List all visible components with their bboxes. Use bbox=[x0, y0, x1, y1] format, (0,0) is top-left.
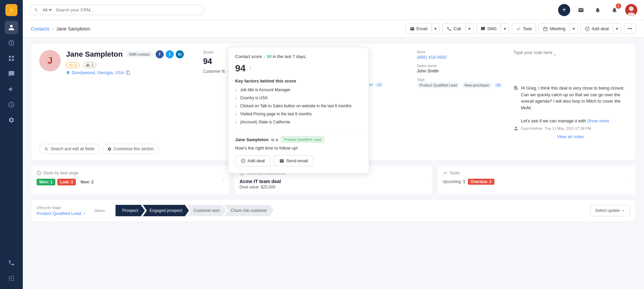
popup-send-email-btn[interactable]: Send email bbox=[274, 155, 314, 166]
note-textarea[interactable] bbox=[514, 50, 628, 77]
copy-icon[interactable] bbox=[126, 70, 130, 75]
sms-dropdown-btn[interactable]: ▾ bbox=[501, 24, 509, 34]
search-edit-btn[interactable]: Search and edit all fields bbox=[39, 144, 100, 154]
author-icon bbox=[514, 126, 518, 131]
call-action-btn[interactable]: Call bbox=[443, 24, 465, 34]
task-action-btn[interactable]: Task bbox=[512, 24, 536, 34]
status-pipeline: Prospect Engaged prospect Customer won C… bbox=[115, 205, 630, 216]
connection-icon bbox=[86, 63, 90, 67]
add-deal-dropdown-btn[interactable]: ▾ bbox=[613, 24, 621, 34]
svg-rect-5 bbox=[12, 59, 14, 61]
popup-actions: Add deal Send email bbox=[235, 155, 362, 166]
meeting-icon bbox=[543, 26, 548, 31]
contact-location[interactable]: Dundywood, Georgia, USA bbox=[66, 70, 190, 75]
search-filter[interactable]: All bbox=[41, 7, 53, 13]
view-all-notes-link[interactable]: View all notes bbox=[514, 134, 628, 139]
sidebar-item-settings[interactable] bbox=[5, 113, 18, 127]
sidebar-item-chat[interactable] bbox=[5, 67, 18, 80]
social-icons: f t in bbox=[156, 50, 184, 58]
email-dropdown-btn[interactable]: ▾ bbox=[432, 24, 439, 34]
lifecycle-stage-value[interactable]: Product Qualified Lead bbox=[37, 211, 86, 216]
score-popup-main: 94 ↑ bbox=[235, 63, 362, 74]
svg-text:$: $ bbox=[38, 172, 40, 174]
factor-5: ↑ (Account) State is California bbox=[235, 118, 362, 126]
tasks-icon bbox=[443, 171, 447, 175]
links-pill[interactable]: 4 bbox=[66, 62, 79, 68]
pipeline-step-won[interactable]: Customer won bbox=[187, 205, 226, 216]
lifecycle-stage-label: Lifecycle stage bbox=[37, 206, 86, 210]
add-button[interactable]: + bbox=[558, 4, 570, 16]
sidebar-item-apps[interactable] bbox=[5, 272, 18, 285]
breadcrumb-parent[interactable]: Contacts bbox=[31, 26, 49, 32]
user-avatar[interactable] bbox=[625, 4, 637, 16]
score-popup-big: 94 bbox=[235, 63, 246, 74]
lifecycle-row: Lifecycle stage Product Qualified Lead S… bbox=[37, 205, 630, 216]
popup-contact-name: Jane Sampleton bbox=[235, 137, 269, 142]
tags-more[interactable]: +8 bbox=[494, 83, 502, 88]
customer-fit: Customer fit bbox=[203, 69, 231, 74]
deals-stage-arrow[interactable]: › bbox=[223, 178, 224, 183]
call-dropdown-btn[interactable]: ▾ bbox=[466, 24, 473, 34]
facebook-icon[interactable]: f bbox=[156, 50, 164, 58]
sidebar: ⚡ $ bbox=[0, 0, 23, 289]
more-options-btn[interactable]: ••• bbox=[624, 23, 636, 34]
sms-action-btn[interactable]: SMS bbox=[477, 24, 501, 34]
sidebar-item-phone[interactable] bbox=[5, 256, 18, 270]
svg-rect-18 bbox=[544, 27, 547, 31]
sms-action-group: SMS ▾ bbox=[476, 23, 509, 34]
sidebar-item-dollar[interactable]: $ bbox=[5, 36, 18, 50]
email-action-btn[interactable]: Email bbox=[406, 24, 432, 34]
recent-deal-value: Deal value: $25,000 bbox=[239, 185, 427, 189]
work-value[interactable]: (866) 418-0682 bbox=[417, 55, 507, 60]
links-count: 4 bbox=[74, 63, 76, 67]
lost-stage: Lost: 2 bbox=[57, 179, 76, 185]
search-input[interactable] bbox=[56, 7, 200, 12]
select-update-dropdown-icon bbox=[621, 209, 625, 213]
search-bar[interactable]: All bbox=[30, 5, 204, 15]
deals-stage-title: $ Deals by deal stage bbox=[37, 171, 224, 175]
sidebar-item-contacts[interactable] bbox=[5, 21, 18, 34]
sidebar-item-clock[interactable] bbox=[5, 98, 18, 111]
email-icon-btn[interactable] bbox=[575, 4, 587, 16]
pipeline-step-prospect[interactable]: Prospect bbox=[115, 205, 145, 216]
connections-pill[interactable]: 2 bbox=[83, 62, 96, 68]
show-more-link[interactable]: Show more bbox=[587, 118, 609, 123]
meeting-action-btn[interactable]: Meeting bbox=[539, 24, 569, 34]
email-more[interactable]: +2 bbox=[375, 82, 383, 87]
add-deal-action-group: Add deal ▾ bbox=[581, 23, 621, 34]
twitter-icon[interactable]: t bbox=[166, 50, 174, 58]
score-popup: Contact score ↑ 10 in the last 7 days. 9… bbox=[228, 47, 369, 173]
bell-icon-btn[interactable]: 2 bbox=[608, 4, 621, 16]
pipeline-step-engaged[interactable]: Engaged prospect bbox=[143, 205, 189, 216]
svg-point-6 bbox=[9, 276, 10, 277]
tags-row: Product Qualified Lead New purchaser +8 bbox=[417, 82, 507, 88]
popup-email-icon bbox=[279, 159, 284, 163]
upcoming-label: Upcoming: 1 bbox=[443, 179, 465, 184]
contact-name: Jane Sampleton bbox=[66, 50, 123, 59]
customize-section-btn[interactable]: Customize this section bbox=[102, 144, 159, 154]
sales-owner-label: Sales owner bbox=[417, 64, 507, 68]
popup-followup: Now's the right time to follow up! bbox=[235, 146, 362, 151]
email-icon bbox=[410, 26, 415, 31]
score-up-arrow: ↑ bbox=[249, 65, 252, 71]
recent-deal-arrow[interactable]: › bbox=[426, 178, 427, 183]
notification-icon-btn[interactable] bbox=[592, 4, 604, 16]
svg-point-14 bbox=[13, 280, 14, 281]
popup-add-deal-btn[interactable]: Add deal bbox=[235, 155, 270, 166]
meeting-dropdown-btn[interactable]: ▾ bbox=[570, 24, 578, 34]
call-icon bbox=[447, 26, 451, 31]
add-deal-action-btn[interactable]: Add deal bbox=[581, 24, 613, 34]
sidebar-item-megaphone[interactable] bbox=[5, 82, 18, 96]
tasks-arrow[interactable]: › bbox=[629, 178, 630, 183]
select-update-btn[interactable]: Select update bbox=[590, 205, 630, 216]
navbar-right: + 2 bbox=[558, 4, 637, 16]
action-buttons: Email ▾ Call ▾ SMS ▾ bbox=[406, 23, 636, 34]
customize-icon bbox=[107, 147, 112, 151]
breadcrumb-bar: Contacts › Jane Sampleton Email ▾ Call ▾ bbox=[23, 20, 644, 38]
pipeline-step-churn[interactable]: Churn risk customer bbox=[224, 205, 274, 216]
deals-by-stage-card: $ Deals by deal stage Won: 1 Lost: 2 New… bbox=[31, 165, 230, 195]
app-logo[interactable]: ⚡ bbox=[5, 4, 17, 16]
sidebar-item-grid[interactable] bbox=[5, 52, 18, 65]
linkedin-icon[interactable]: in bbox=[176, 50, 184, 58]
lifecycle-dropdown-icon bbox=[82, 211, 86, 215]
